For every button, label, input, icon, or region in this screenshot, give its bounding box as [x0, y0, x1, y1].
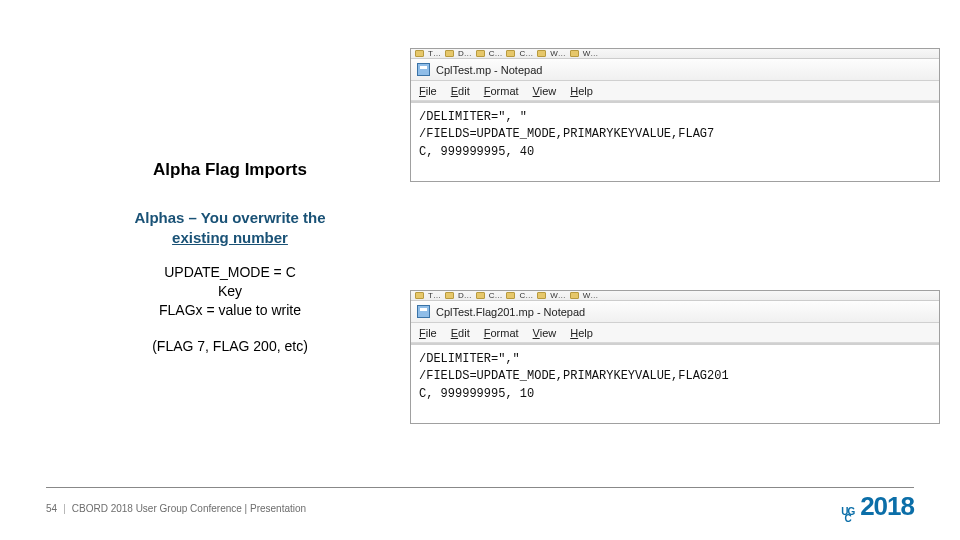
folder-icon: [476, 292, 485, 299]
frag-label: C…: [519, 49, 533, 58]
frag-label: D…: [458, 291, 472, 300]
logo: UG C 2018: [841, 491, 914, 522]
menu-file[interactable]: File: [419, 327, 437, 339]
separator: |: [63, 503, 66, 514]
folder-icon: [445, 50, 454, 57]
menu-bar: File Edit Format View Help: [411, 323, 939, 343]
body-text: UPDATE_MODE = C Key FLAGx = value to wri…: [70, 263, 390, 320]
folder-icon: [506, 50, 515, 57]
body-line2: Key: [218, 283, 242, 299]
menu-view[interactable]: View: [533, 327, 557, 339]
subtitle-line1: Alphas – You overwrite the: [134, 209, 325, 226]
logo-year: 2018: [860, 491, 914, 522]
menu-format[interactable]: Format: [484, 85, 519, 97]
folder-icon: [506, 292, 515, 299]
folder-icon: [415, 50, 424, 57]
taskbar-fragment: T… D… C… C… W… W…: [411, 49, 939, 59]
folder-icon: [537, 292, 546, 299]
folder-icon: [537, 50, 546, 57]
window-titlebar[interactable]: CplTest.Flag201.mp - Notepad: [411, 301, 939, 323]
folder-icon: [415, 292, 424, 299]
frag-label: D…: [458, 49, 472, 58]
menu-edit[interactable]: Edit: [451, 327, 470, 339]
page-number: 54: [46, 503, 57, 514]
footer-divider: [46, 487, 914, 488]
notepad-icon: [417, 305, 430, 318]
frag-label: W…: [550, 49, 566, 58]
notepad-icon: [417, 63, 430, 76]
frag-label: C…: [489, 49, 503, 58]
subtitle-line2: existing number: [172, 229, 288, 246]
body-line1: UPDATE_MODE = C: [164, 264, 296, 280]
frag-label: T…: [428, 49, 441, 58]
frag-label: C…: [489, 291, 503, 300]
window-titlebar[interactable]: CplTest.mp - Notepad: [411, 59, 939, 81]
text-line: /FIELDS=UPDATE_MODE,PRIMARYKEYVALUE,FLAG…: [419, 127, 714, 141]
frag-label: W…: [550, 291, 566, 300]
folder-icon: [570, 292, 579, 299]
folder-icon: [570, 50, 579, 57]
notepad-window-bottom: T… D… C… C… W… W… CplTest.Flag201.mp - N…: [410, 290, 940, 424]
menu-bar: File Edit Format View Help: [411, 81, 939, 101]
body-line3: FLAGx = value to write: [159, 302, 301, 318]
section-subtitle: Alphas – You overwrite the existing numb…: [70, 208, 390, 247]
window-title: CplTest.mp - Notepad: [436, 64, 542, 76]
text-area[interactable]: /DELIMITER="," /FIELDS=UPDATE_MODE,PRIMA…: [411, 345, 939, 423]
logo-ugc: UG C: [841, 508, 854, 522]
text-line: C, 999999995, 10: [419, 387, 534, 401]
text-area[interactable]: /DELIMITER=", " /FIELDS=UPDATE_MODE,PRIM…: [411, 103, 939, 181]
folder-icon: [476, 50, 485, 57]
frag-label: T…: [428, 291, 441, 300]
frag-label: W…: [583, 49, 599, 58]
logo-c: C: [845, 515, 851, 522]
text-line: C, 999999995, 40: [419, 145, 534, 159]
text-line: /DELIMITER=", ": [419, 110, 527, 124]
section-title: Alpha Flag Imports: [70, 160, 390, 180]
notepad-window-top: T… D… C… C… W… W… CplTest.mp - Notepad F…: [410, 48, 940, 182]
footer-left: 54 | CBORD 2018 User Group Conference | …: [46, 503, 306, 514]
menu-format[interactable]: Format: [484, 327, 519, 339]
footer-text: CBORD 2018 User Group Conference | Prese…: [72, 503, 306, 514]
frag-label: W…: [583, 291, 599, 300]
menu-file[interactable]: File: [419, 85, 437, 97]
body-example: (FLAG 7, FLAG 200, etc): [70, 338, 390, 354]
menu-help[interactable]: Help: [570, 327, 593, 339]
window-title: CplTest.Flag201.mp - Notepad: [436, 306, 585, 318]
text-line: /FIELDS=UPDATE_MODE,PRIMARYKEYVALUE,FLAG…: [419, 369, 729, 383]
menu-view[interactable]: View: [533, 85, 557, 97]
taskbar-fragment: T… D… C… C… W… W…: [411, 291, 939, 301]
menu-edit[interactable]: Edit: [451, 85, 470, 97]
menu-help[interactable]: Help: [570, 85, 593, 97]
folder-icon: [445, 292, 454, 299]
text-line: /DELIMITER=",": [419, 352, 520, 366]
frag-label: C…: [519, 291, 533, 300]
